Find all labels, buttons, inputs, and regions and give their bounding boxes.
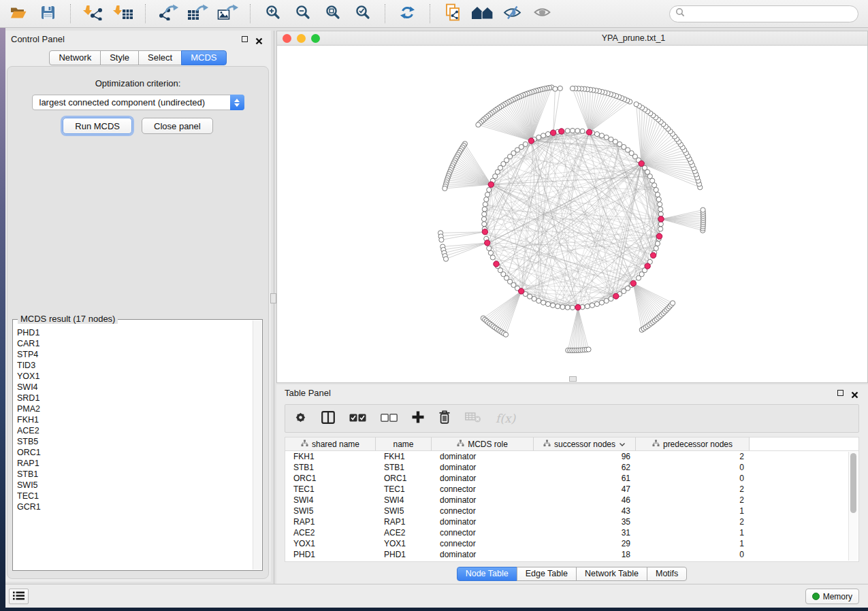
close-panel-icon[interactable] <box>255 35 263 43</box>
table-row[interactable]: ORC1ORC1dominator610 <box>285 473 858 484</box>
zoom-in-button[interactable] <box>261 3 284 24</box>
float-panel-icon[interactable] <box>837 390 843 396</box>
close-panel-icon[interactable] <box>851 389 858 397</box>
window-minimize-light[interactable] <box>297 34 306 43</box>
table-row[interactable]: ACE2ACE2connector311 <box>285 527 858 538</box>
column-header-successor-nodes[interactable]: successor nodes <box>534 437 636 450</box>
table-row[interactable]: PHD1PHD1dominator180 <box>285 549 858 560</box>
table-cell: 61 <box>534 474 636 483</box>
table-scrollbar[interactable] <box>848 452 858 561</box>
tab-node-table[interactable]: Node Table <box>457 567 517 581</box>
show-panels-list-button[interactable] <box>9 589 29 604</box>
criterion-dropdown[interactable]: largest connected component (undirected) <box>32 95 244 110</box>
mcds-node-item[interactable]: STP4 <box>17 349 251 360</box>
mcds-node-item[interactable]: YOX1 <box>17 371 251 382</box>
mcds-node-item[interactable]: PMA2 <box>17 403 251 414</box>
tree-icon <box>543 440 551 449</box>
mcds-node-item[interactable]: ORC1 <box>17 447 251 458</box>
main-toolbar <box>0 0 868 28</box>
mcds-node-item[interactable]: SWI4 <box>17 382 251 393</box>
table-cell: RAP1 <box>376 517 432 527</box>
float-panel-icon[interactable] <box>242 36 248 42</box>
import-table-button[interactable] <box>112 3 134 24</box>
sort-desc-icon <box>619 440 626 449</box>
tab-style[interactable]: Style <box>100 50 139 65</box>
table-row[interactable]: FKH1FKH1dominator962 <box>285 451 858 462</box>
close-panel-button[interactable]: Close panel <box>142 118 213 134</box>
import-network-button[interactable] <box>82 3 104 24</box>
mcds-node-item[interactable]: RAP1 <box>17 458 251 469</box>
tab-network-table[interactable]: Network Table <box>576 567 647 581</box>
table-scrollbar-thumb[interactable] <box>850 453 856 513</box>
zoom-out-button[interactable] <box>291 3 314 24</box>
new-network-from-selection-button[interactable] <box>441 3 464 24</box>
table-cell: TEC1 <box>376 484 432 494</box>
select-all-button[interactable] <box>349 412 366 425</box>
mcds-node-item[interactable]: TID3 <box>17 360 251 371</box>
export-table-button[interactable] <box>187 3 209 24</box>
export-image-button[interactable] <box>216 3 239 24</box>
mcds-node-item[interactable]: STB1 <box>17 469 251 480</box>
table-row[interactable]: SWI4SWI4dominator462 <box>285 495 858 506</box>
mcds-node-item[interactable]: STB5 <box>17 436 251 447</box>
column-header-shared-name[interactable]: shared name <box>285 437 376 450</box>
run-mcds-button[interactable]: Run MCDS <box>63 118 132 134</box>
table-settings-button[interactable] <box>294 411 307 427</box>
table-cell: dominator <box>432 474 534 483</box>
function-builder-button[interactable]: f(x) <box>496 412 515 425</box>
tab-mcds[interactable]: MCDS <box>181 50 226 65</box>
table-row[interactable]: STB1STB1dominator620 <box>285 462 858 473</box>
export-network-button[interactable] <box>157 3 179 24</box>
zoom-in-icon <box>266 5 280 22</box>
deselect-all-button[interactable] <box>381 412 398 425</box>
open-button[interactable] <box>7 3 29 24</box>
hide-selected-button[interactable] <box>501 3 524 24</box>
add-column-button[interactable] <box>412 411 424 426</box>
mcds-node-item[interactable]: GCR1 <box>17 501 251 512</box>
first-neighbors-button[interactable] <box>471 3 494 24</box>
tab-edge-table[interactable]: Edge Table <box>517 567 577 581</box>
table-cell: 1 <box>636 528 750 538</box>
delete-table-button[interactable] <box>465 412 481 426</box>
table-row[interactable]: RAP1RAP1dominator352 <box>285 516 858 527</box>
horizontal-splitter-grip[interactable] <box>569 376 577 382</box>
window-close-light[interactable] <box>283 34 291 43</box>
tab-select[interactable]: Select <box>138 50 182 65</box>
delete-column-button[interactable] <box>438 410 451 427</box>
table-row[interactable]: TEC1TEC1connector472 <box>285 484 858 495</box>
open-folder-icon <box>10 5 27 22</box>
column-header-mcds-role[interactable]: MCDS role <box>432 437 534 450</box>
mcds-node-item[interactable]: CAR1 <box>17 338 251 349</box>
tab-motifs[interactable]: Motifs <box>647 567 687 581</box>
table-row[interactable]: SWI5SWI5connector431 <box>285 506 858 516</box>
mcds-node-item[interactable]: TEC1 <box>17 491 251 501</box>
tab-network[interactable]: Network <box>49 50 101 65</box>
vertical-splitter-grip[interactable] <box>270 293 276 303</box>
trash-icon <box>438 410 451 427</box>
search-input[interactable] <box>688 7 858 20</box>
mcds-node-item[interactable]: FKH1 <box>17 414 251 425</box>
mcds-node-item[interactable]: PHD1 <box>17 327 251 338</box>
mcds-node-item[interactable]: SWI5 <box>17 480 251 491</box>
show-column-panel-button[interactable] <box>321 411 335 427</box>
table-cell: 2 <box>636 495 750 505</box>
zoom-fit-button[interactable] <box>321 3 344 24</box>
mcds-list-scrollbar[interactable] <box>253 320 261 569</box>
vertical-splitter[interactable] <box>274 31 274 584</box>
column-header-name[interactable]: name <box>376 437 432 450</box>
show-all-button[interactable] <box>531 3 553 24</box>
network-graph[interactable] <box>277 46 867 382</box>
network-canvas[interactable] <box>277 46 867 382</box>
mcds-result-list[interactable]: PHD1CAR1STP4TID3YOX1SWI4SRD1PMA2FKH1ACE2… <box>17 327 251 569</box>
memory-button[interactable]: Memory <box>805 589 859 604</box>
table-cell: 62 <box>534 463 636 472</box>
zoom-selected-button[interactable] <box>351 3 374 24</box>
mcds-node-item[interactable]: ACE2 <box>17 425 251 436</box>
fx-icon: f(x) <box>496 412 515 425</box>
window-zoom-light[interactable] <box>311 34 320 43</box>
apply-layout-button[interactable] <box>396 3 419 24</box>
mcds-node-item[interactable]: SRD1 <box>17 393 251 403</box>
save-button[interactable] <box>37 3 59 24</box>
table-row[interactable]: YOX1YOX1connector291 <box>285 538 858 549</box>
column-header-predecessor-nodes[interactable]: predecessor nodes <box>636 437 750 450</box>
